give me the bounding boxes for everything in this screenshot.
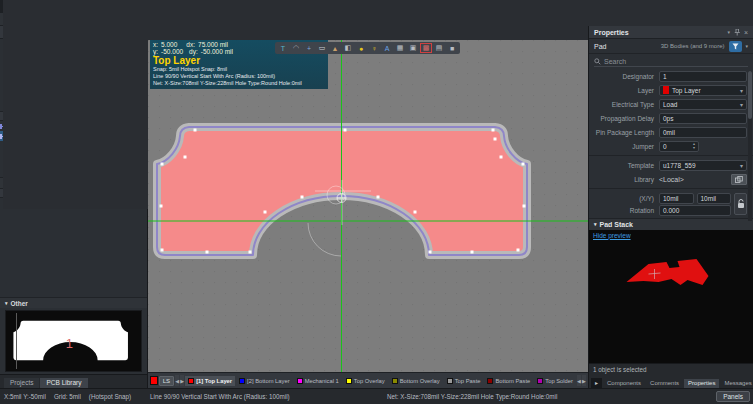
layer-tab-mechanical1: Mechanical 1 xyxy=(294,376,342,386)
copy-tool-icon[interactable]: ▣ xyxy=(407,43,419,53)
properties-panel: Properties ▾ × Pad 3D Bodies (and 9 more… xyxy=(588,26,753,388)
layer-tab-bottom: [2] Bottom Layer xyxy=(236,376,293,386)
pcb-canvas[interactable]: x:5.000 dx:75.000 mil y:-50.000 dy:-50.0… xyxy=(148,40,588,372)
snap-tool-icon[interactable]: ■ xyxy=(446,43,458,53)
hud-net-info: Net: X-Size:708mil Y-Size:228mil Hole Ty… xyxy=(153,80,325,87)
pad-stack-section-header[interactable]: ▾ Pad Stack xyxy=(589,218,753,230)
pin-package-length-field[interactable]: 0mil xyxy=(659,127,747,138)
hud-dx: 75.000 mil xyxy=(198,41,228,48)
layer-tabs-bar: LS ◀ ▶ [1] Top Layer [2] Bottom Layer Me… xyxy=(148,372,588,388)
document-tabs: Projects PCB Library xyxy=(0,374,147,388)
chevron-down-icon: ▾ xyxy=(740,87,743,94)
designator-field[interactable]: 1 xyxy=(659,71,747,82)
scroll-left-icon[interactable]: ◀ xyxy=(175,375,179,386)
lock-button[interactable] xyxy=(734,193,747,215)
layer-sets-button[interactable]: LS xyxy=(159,376,174,386)
electrical-type-combo[interactable]: Load▾ xyxy=(659,99,747,110)
layer-tab-top-solder: Top Solder xyxy=(534,376,576,386)
collapse-icon: ▾ xyxy=(594,221,597,227)
layer-color-chip xyxy=(663,86,669,94)
properties-title: Properties xyxy=(594,29,629,36)
tab-comments[interactable]: Comments xyxy=(646,379,683,388)
scroll-left-icon[interactable]: ◀ xyxy=(577,375,581,386)
selection-status: 1 object is selected xyxy=(589,363,753,374)
panel-menu-icon[interactable]: ▾ xyxy=(727,29,730,35)
hide-preview-link[interactable]: Hide preview xyxy=(593,232,631,239)
pin-icon[interactable] xyxy=(734,29,740,36)
layer-tab-bottom-overlay: Bottom Overlay xyxy=(389,376,443,386)
canvas-drawing[interactable] xyxy=(148,40,588,372)
scroll-right-icon[interactable]: ▶ xyxy=(180,375,184,386)
text-tool-icon[interactable]: T xyxy=(277,43,289,53)
stepper-icons[interactable]: ▴▾ xyxy=(693,142,695,150)
properties-search-input[interactable]: Search xyxy=(594,56,748,67)
panel-tabs: ▸ Components Comments Properties Message… xyxy=(589,374,753,388)
x-position-field[interactable]: 10mil xyxy=(659,193,694,204)
pad-3d-preview[interactable]: Hide preview xyxy=(589,230,753,364)
layer-tab-top: [1] Top Layer xyxy=(185,376,235,386)
layer-tab-top-paste: Top Paste xyxy=(444,376,484,386)
via-tool-icon[interactable]: ♀ xyxy=(368,43,380,53)
preview-designator: 1 xyxy=(66,336,73,351)
rotation-field[interactable]: 0.000 xyxy=(659,205,731,216)
copy-icon xyxy=(735,176,743,183)
chevron-down-icon: ▾ xyxy=(740,162,743,169)
arc-tool-icon[interactable]: ◠ xyxy=(290,43,302,53)
layer-tab-top-overlay: Top Overlay xyxy=(343,376,388,386)
filter-scope-label: 3D Bodies (and 9 more) xyxy=(661,43,725,49)
grid-status: Grid: 5mil xyxy=(54,393,81,400)
tab-properties[interactable]: Properties xyxy=(684,379,719,388)
pad-3d-shape xyxy=(589,230,752,330)
altium-designer-window: ◆ ▤ ▦ ▧ ▨ ↶ ↷ SDRAM模块.PrjPCB - Altium De… xyxy=(0,0,753,404)
collapse-icon: ▾ xyxy=(5,300,8,306)
layer-combo[interactable]: Top Layer▾ xyxy=(659,85,747,96)
room-tool-icon[interactable]: ▩ xyxy=(420,43,432,53)
string-tool-icon[interactable]: A xyxy=(381,43,393,53)
library-value: <Local> xyxy=(659,176,731,183)
tab-messages[interactable]: Messages xyxy=(720,379,753,388)
grid-tool-icon[interactable]: ▤ xyxy=(433,43,445,53)
scroll-right-icon[interactable]: ▶ xyxy=(582,375,586,386)
panel-close-icon[interactable]: × xyxy=(744,29,748,36)
hud-active-layer: Top Layer xyxy=(153,55,325,66)
layer-tab-bottom-paste: Bottom Paste xyxy=(484,376,533,386)
hud-line-info: Line 90/90 Vertical Start With Arc (Radi… xyxy=(153,73,325,80)
template-combo[interactable]: u1778_559▾ xyxy=(659,160,747,171)
chevron-down-icon: ▾ xyxy=(740,101,743,108)
library-link-button[interactable] xyxy=(731,174,747,185)
plane-tool-icon[interactable]: ▦ xyxy=(394,43,406,53)
title-bar: ◆ ▤ ▦ ▧ ▨ ↶ ↷ SDRAM模块.PrjPCB - Altium De… xyxy=(0,0,753,13)
hud-dy: -50.000 mil xyxy=(201,48,233,55)
editor-area: ▤ PcbLib1.PcbLib * xyxy=(148,26,588,388)
unlock-icon xyxy=(737,199,745,209)
pad-tool-icon[interactable]: ● xyxy=(355,43,367,53)
tab-components[interactable]: Components xyxy=(603,379,645,388)
tab-projects[interactable]: Projects xyxy=(4,378,39,388)
tab-pcb-library[interactable]: PCB Library xyxy=(40,378,87,388)
panels-button[interactable]: Panels xyxy=(716,391,750,402)
track-tool-icon[interactable]: + xyxy=(303,43,315,53)
current-layer-swatch xyxy=(150,376,158,385)
jumper-stepper[interactable]: 0 ▴▾ xyxy=(659,141,699,152)
funnel-icon xyxy=(732,43,739,50)
line-mode-status: Line 90/90 Vertical Start With Arc (Radi… xyxy=(150,393,387,400)
footprint-preview: 1 xyxy=(5,310,142,372)
region-tool-icon[interactable]: ▭ xyxy=(316,43,328,53)
net-info-status: Net: X-Size:708mil Y-Size:228mil Hole Ty… xyxy=(387,393,716,400)
active-toolbar: T ◠ + ▭ ▲ ◧ ● ♀ A ▦ ▣ ▩ ▤ ■ xyxy=(275,42,460,54)
snap-status: (Hotspot Snap) xyxy=(89,393,131,400)
propagation-delay-field[interactable]: 0ps xyxy=(659,113,747,124)
search-icon xyxy=(594,58,601,65)
hud-snap-info: Snap: 5mil Hotspot Snap: 8mil xyxy=(153,66,325,73)
pad-stack-tool-icon[interactable]: ▲ xyxy=(329,43,341,53)
tabs-overflow-icon[interactable]: ▸ xyxy=(591,378,602,388)
y-position-field[interactable]: 10mil xyxy=(697,193,732,204)
fill-tool-icon[interactable]: ◧ xyxy=(342,43,354,53)
object-type-label: Pad xyxy=(594,43,606,50)
cursor-position-status: X:5mil Y:-50mil xyxy=(4,393,46,400)
footprint-preview-shape: 1 xyxy=(6,311,136,371)
object-filter-button[interactable] xyxy=(729,41,742,52)
other-section-header[interactable]: ▾ Other xyxy=(0,297,147,308)
properties-scrollbar[interactable] xyxy=(748,71,752,221)
filter-caret-icon[interactable]: ▾ xyxy=(745,43,748,49)
